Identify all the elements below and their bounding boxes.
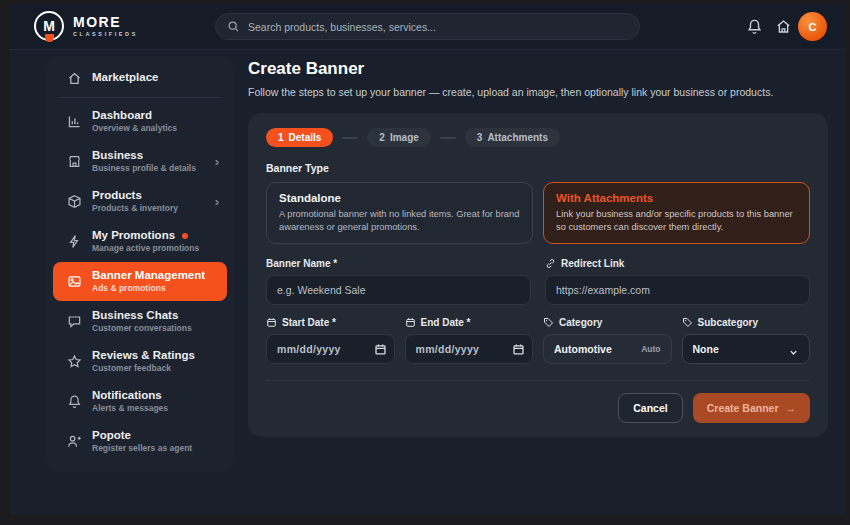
sidebar-item-popote[interactable]: PopoteRegister sellers as agent <box>53 422 227 461</box>
bolt-icon <box>66 233 82 249</box>
subcategory-value: None <box>693 343 719 355</box>
sidebar-item-label: Business Chats <box>92 309 192 322</box>
end-date-input[interactable] <box>405 334 534 364</box>
end-date-label: End Date * <box>421 317 471 328</box>
banner-type-standalone-card[interactable]: Standalone A promotional banner with no … <box>266 182 533 244</box>
sidebar-item-sublabel: Manage active promotions <box>92 244 199 254</box>
banner-type-attachments-card[interactable]: With Attachments Link your business and/… <box>543 182 810 244</box>
chevron-right-icon: › <box>215 155 219 168</box>
global-search[interactable] <box>215 13 640 40</box>
step-image[interactable]: 2 Image <box>367 128 430 147</box>
sidebar-item-my-promotions[interactable]: My PromotionsManage active promotions <box>53 222 227 261</box>
page-title: Create Banner <box>248 59 840 79</box>
home-icon[interactable] <box>775 18 792 35</box>
sidebar-item-label: Products <box>92 189 178 202</box>
tag-icon <box>543 317 554 328</box>
search-icon <box>227 20 240 33</box>
sidebar-item-label: Dashboard <box>92 109 177 122</box>
chat-icon <box>66 313 82 329</box>
image-icon <box>66 273 82 289</box>
sidebar-divider <box>59 97 221 98</box>
category-field[interactable]: Automotive Auto <box>543 334 672 364</box>
main-content: Create Banner Follow the steps to set up… <box>248 59 840 437</box>
start-date-input[interactable] <box>266 334 395 364</box>
create-banner-button[interactable]: Create Banner → <box>693 393 810 423</box>
banner-type-desc: Link your business and/or specific produ… <box>556 208 797 233</box>
start-date-label: Start Date * <box>282 317 336 328</box>
banner-type-desc: A promotional banner with no linked item… <box>279 208 520 233</box>
sidebar-nav: MarketplaceDashboardOverview & analytics… <box>45 57 235 471</box>
banner-type-title: Standalone <box>279 192 520 204</box>
sidebar-item-banner-management[interactable]: Banner ManagementAds & promotions <box>53 262 227 301</box>
sidebar-item-products[interactable]: ProductsProducts & inventory› <box>53 182 227 221</box>
sidebar-item-label: Notifications <box>92 389 168 402</box>
sidebar-item-sublabel: Products & inventory <box>92 204 178 214</box>
search-input[interactable] <box>248 21 628 33</box>
sidebar-item-sublabel: Register sellers as agent <box>92 444 192 454</box>
banner-name-label: Banner Name * <box>266 258 531 269</box>
logo-orange-accent <box>45 34 54 42</box>
subcategory-label: Subcategory <box>698 317 759 328</box>
sidebar-item-notifications[interactable]: NotificationsAlerts & messages <box>53 382 227 421</box>
step-attachments[interactable]: 3 Attachments <box>465 128 560 147</box>
cancel-button[interactable]: Cancel <box>618 393 682 423</box>
calendar-icon <box>266 317 277 328</box>
banner-type-label: Banner Type <box>266 162 810 174</box>
redirect-link-input[interactable] <box>545 275 810 305</box>
sidebar-item-settings[interactable]: SettingsAccount & preferences <box>53 462 227 471</box>
sidebar-item-reviews-ratings[interactable]: Reviews & RatingsCustomer feedback <box>53 342 227 381</box>
sidebar-item-label: Business <box>92 149 196 162</box>
calendar-icon <box>405 317 416 328</box>
arrow-right-icon: → <box>786 402 797 414</box>
chart-icon <box>66 113 82 129</box>
sidebar-item-sublabel: Overview & analytics <box>92 124 177 134</box>
top-header: M MORE CLASSIFIEDS C <box>10 3 845 50</box>
chevron-down-icon <box>788 344 799 355</box>
sidebar-item-sublabel: Customer feedback <box>92 364 195 374</box>
notifications-bell-icon[interactable] <box>746 18 763 35</box>
sidebar-item-sublabel: Business profile & details <box>92 164 196 174</box>
step-connector <box>440 137 456 139</box>
sidebar-item-label: My Promotions <box>92 229 199 242</box>
user-avatar[interactable]: C <box>798 12 827 41</box>
step-connector <box>342 137 358 139</box>
sidebar-item-sublabel: Alerts & messages <box>92 404 168 414</box>
chevron-right-icon: › <box>215 195 219 208</box>
sidebar-item-label: Reviews & Ratings <box>92 349 195 362</box>
sidebar-item-label: Popote <box>92 429 192 442</box>
banner-type-title: With Attachments <box>556 192 797 204</box>
sidebar-item-label: Marketplace <box>92 71 158 84</box>
category-label: Category <box>559 317 602 328</box>
stepper: 1 Details 2 Image 3 Attachments <box>266 128 810 147</box>
sidebar-item-marketplace[interactable]: Marketplace <box>53 63 227 93</box>
home-icon <box>66 70 82 86</box>
sidebar-item-business[interactable]: BusinessBusiness profile & details› <box>53 142 227 181</box>
brand-name: MORE <box>73 15 138 29</box>
bell-icon <box>66 393 82 409</box>
brand-logo[interactable]: M MORE CLASSIFIEDS <box>34 11 138 41</box>
storefront-icon <box>66 153 82 169</box>
sidebar-item-label: Settings <box>92 469 185 471</box>
page-subtitle: Follow the steps to set up your banner —… <box>248 86 840 98</box>
category-value: Automotive <box>554 343 612 355</box>
sidebar-item-dashboard[interactable]: DashboardOverview & analytics <box>53 102 227 141</box>
tag-icon <box>682 317 693 328</box>
link-icon <box>545 258 556 269</box>
sidebar-item-sublabel: Customer conversations <box>92 324 192 334</box>
banner-name-input[interactable] <box>266 275 531 305</box>
logo-m-icon: M <box>34 11 64 41</box>
brand-tagline: CLASSIFIEDS <box>73 32 138 38</box>
logo-letter: M <box>43 18 55 34</box>
sidebar-item-label: Banner Management <box>92 269 205 282</box>
package-icon <box>66 193 82 209</box>
redirect-link-label: Redirect Link <box>561 258 624 269</box>
person-plus-icon <box>66 433 82 449</box>
app-window: M MORE CLASSIFIEDS C Marketp <box>10 3 845 515</box>
create-banner-panel: 1 Details 2 Image 3 Attachments Banner T… <box>248 113 828 437</box>
subcategory-select[interactable]: None <box>682 334 811 364</box>
category-auto-badge: Auto <box>641 344 660 354</box>
sidebar-item-business-chats[interactable]: Business ChatsCustomer conversations <box>53 302 227 341</box>
sidebar-item-sublabel: Ads & promotions <box>92 284 205 294</box>
star-icon <box>66 353 82 369</box>
step-details[interactable]: 1 Details <box>266 128 333 147</box>
